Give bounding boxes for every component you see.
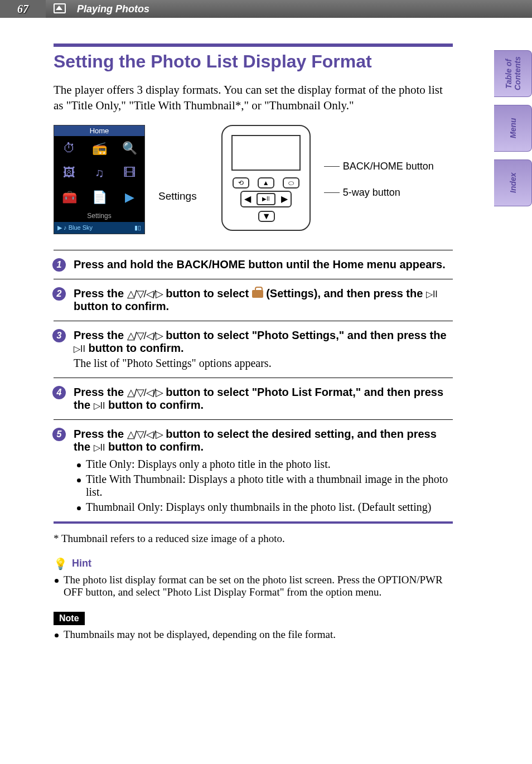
play-symbol: ▷II: [94, 443, 105, 452]
settings-toolbox-icon: 🧰: [54, 185, 84, 210]
step-num-1: 1: [52, 258, 66, 272]
tab-index[interactable]: Index: [494, 159, 532, 206]
note-label: Note: [54, 612, 85, 625]
note-body: Thumbnails may not be displayed, dependi…: [54, 628, 453, 641]
hint-label: Hint: [72, 558, 91, 569]
device-labels: BACK/HOME button 5-way button: [324, 161, 434, 199]
now-playing-track: ▶ ♪ Blue Sky: [57, 224, 93, 231]
intro-text: The player offers 3 display formats. You…: [54, 82, 453, 114]
five-way-row: ◀ ▶II ▶: [240, 191, 292, 207]
device-diagram: ⟲ ▲ ⬭ ◀ ▶II ▶ ▼: [221, 125, 311, 231]
nowplaying-icon: ▶: [114, 185, 144, 210]
play-symbol: ▷II: [426, 289, 438, 299]
music-icon: ♫: [84, 161, 114, 185]
step-1-head: Press and hold the BACK/HOME button unti…: [74, 258, 453, 271]
step-num-2: 2: [52, 287, 66, 301]
hint-body: The photo list display format can be set…: [54, 574, 453, 598]
header-bar: 67 Playing Photos: [0, 0, 532, 18]
step-3: 3 Press the △/▽/◁/▷ button to select "Ph…: [54, 321, 453, 378]
step-5: 5 Press the △/▽/◁/▷ button to select the…: [54, 419, 453, 524]
step-5-bullets: Title Only: Displays only a photo title …: [74, 458, 453, 514]
radio-icon: 📻: [84, 136, 114, 161]
lightbulb-icon: 💡: [54, 557, 67, 570]
nav-symbol: △/▽/◁/▷: [127, 387, 163, 398]
down-button-icon: ▼: [258, 211, 275, 222]
photo-icon: [54, 3, 66, 13]
step-num-5: 5: [52, 428, 66, 441]
settings-toolbox-inline-icon: [252, 290, 263, 298]
settings-callout: Settings: [158, 190, 197, 202]
step-1: 1 Press and hold the BACK/HOME button un…: [54, 250, 453, 279]
bullet-title-only: Title Only: Displays only a photo title …: [74, 458, 453, 471]
search-icon: 🔍: [114, 136, 144, 161]
page-number: 67: [0, 0, 46, 18]
top-rule: [54, 43, 453, 47]
side-tabs: Table of Contents Menu Index: [494, 50, 532, 206]
tab-menu[interactable]: Menu: [494, 105, 532, 152]
tab-toc[interactable]: Table of Contents: [494, 50, 532, 97]
option-button-icon: ⬭: [283, 177, 299, 188]
step-5-head: Press the △/▽/◁/▷ button to select the d…: [74, 428, 453, 453]
playlist-icon: 📄: [84, 185, 114, 210]
back-home-label: BACK/HOME button: [324, 161, 434, 172]
page-title: Setting the Photo List Display Format: [54, 51, 453, 72]
right-arrow-icon: ▶: [281, 194, 288, 204]
step-2: 2 Press the △/▽/◁/▷ button to select (Se…: [54, 279, 453, 321]
step-4-head: Press the △/▽/◁/▷ button to select "Phot…: [74, 386, 453, 412]
nav-symbol: △/▽/◁/▷: [127, 330, 163, 341]
play-symbol: ▷II: [94, 401, 105, 410]
step-num-3: 3: [52, 329, 66, 342]
step-3-sub: The list of "Photo Settings" options app…: [74, 357, 453, 370]
step-4: 4 Press the △/▽/◁/▷ button to select "Ph…: [54, 378, 453, 419]
bullet-thumb-only: Thumbnail Only: Displays only thumbnails…: [74, 501, 453, 514]
back-button-icon: ⟲: [233, 177, 249, 188]
battery-icon: ▮▯: [134, 224, 141, 231]
nav-symbol: △/▽/◁/▷: [127, 288, 163, 299]
section-title: Playing Photos: [77, 0, 149, 18]
video-icon: 🎞: [114, 161, 144, 185]
photo-grid-icon: 🖼: [54, 161, 84, 185]
bullet-title-thumb: Title With Thumbnail: Displays a photo t…: [74, 473, 453, 499]
nav-symbol: △/▽/◁/▷: [127, 429, 163, 440]
clock-icon: ⏱: [54, 136, 84, 161]
play-pause-icon: ▶II: [257, 193, 275, 205]
footnote: * Thumbnail refers to a reduced size ima…: [54, 533, 453, 545]
home-title: Home: [54, 125, 144, 136]
play-symbol: ▷II: [74, 344, 85, 354]
five-way-label: 5-way button: [324, 187, 434, 199]
home-settings-label: Settings: [54, 210, 144, 222]
device-screen: [231, 135, 301, 171]
step-3-head: Press the △/▽/◁/▷ button to select "Phot…: [74, 329, 453, 355]
left-arrow-icon: ◀: [244, 194, 251, 204]
step-2-head: Press the △/▽/◁/▷ button to select (Sett…: [74, 287, 453, 313]
home-menu-screenshot: Home ⏱ 📻 🔍 🖼 ♫ 🎞 🧰 📄 ▶ Settings ▶ ♪ Blue…: [54, 125, 145, 234]
step-num-4: 4: [52, 386, 66, 399]
up-button-icon: ▲: [258, 177, 274, 188]
